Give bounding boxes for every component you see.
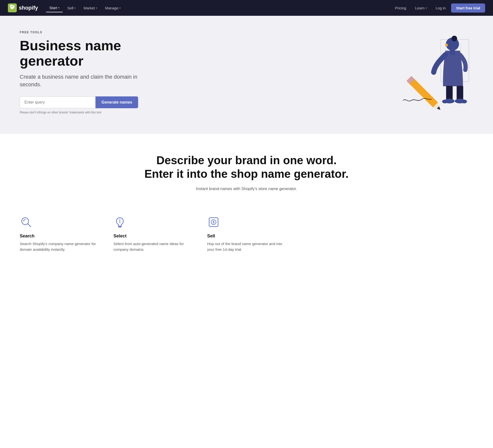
feature-select-title: Select [113,233,192,239]
feature-sell-title: Sell [207,233,286,239]
features-section: Search Search Shopify's company name gen… [0,216,493,272]
feature-search-desc: Search Shopify's company name generator … [20,241,99,252]
nav-item-start[interactable]: Start ▾ [46,4,63,12]
chevron-down-icon: ▾ [74,7,76,9]
middle-subtitle: Instant brand-names with Shopify's store… [20,187,473,191]
feature-search: Search Search Shopify's company name gen… [20,216,99,252]
nav-login[interactable]: Log in [432,4,449,12]
dollar-icon: $ [207,216,220,229]
navbar: shopify Start ▾ Sell ▾ Market ▾ Manage ▾… [0,0,493,16]
feature-select-desc: Select from auto-generated name ideas fo… [113,241,192,252]
hero-form: Generate names [20,96,138,108]
shopify-logo-icon [8,3,17,12]
logo[interactable]: shopify [8,3,38,12]
middle-title: Describe your brand in one word. Enter i… [141,154,353,181]
svg-point-23 [22,218,29,225]
nav-learn[interactable]: Learn ▾ [412,4,430,12]
chevron-down-icon: ▾ [58,6,59,9]
chevron-down-icon: ▾ [426,7,427,9]
chevron-down-icon: ▾ [119,7,121,9]
nav-item-manage[interactable]: Manage ▾ [102,4,124,12]
generate-button[interactable]: Generate names [95,96,138,108]
lightbulb-icon [113,216,126,229]
svg-rect-16 [450,50,455,55]
hero-disclaimer: Please don't infringe on other brands' t… [20,111,148,114]
hero-illustration [384,21,478,114]
hero-content: FREE TOOLS Business name generator Creat… [20,31,148,114]
hero-title: Business name generator [20,38,148,68]
search-icon [20,216,33,229]
svg-point-21 [442,100,448,103]
feature-sell-desc: Hop out of the brand name generator and … [207,241,286,252]
hero-label: FREE TOOLS [20,31,148,34]
feature-select: Select Select from auto-generated name i… [113,216,192,252]
nav-item-sell[interactable]: Sell ▾ [64,4,79,12]
svg-point-15 [445,44,448,46]
middle-section: Describe your brand in one word. Enter i… [0,134,493,216]
start-trial-button[interactable]: Start free trial [451,3,485,13]
query-input[interactable] [20,96,95,108]
nav-links-right: Pricing Learn ▾ Log in Start free trial [391,3,485,13]
hero-section: FREE TOOLS Business name generator Creat… [0,16,493,134]
hero-subtitle: Create a business name and claim the dom… [20,73,148,89]
svg-point-14 [452,36,457,41]
svg-point-22 [461,100,467,103]
illustration-svg [384,21,478,114]
nav-item-market[interactable]: Market ▾ [80,4,101,12]
chevron-down-icon: ▾ [96,7,97,9]
svg-text:$: $ [213,220,215,224]
logo-text: shopify [19,5,38,11]
nav-links-left: Start ▾ Sell ▾ Market ▾ Manage ▾ [46,4,391,12]
svg-line-24 [28,224,31,227]
feature-search-title: Search [20,233,99,239]
nav-pricing[interactable]: Pricing [391,4,410,12]
feature-sell: $ Sell Hop out of the brand name generat… [207,216,286,252]
